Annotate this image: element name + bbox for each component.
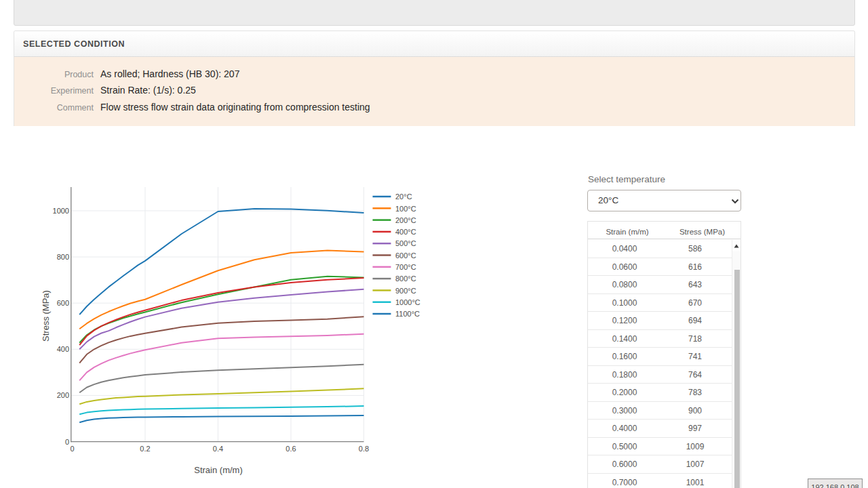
svg-text:200: 200 <box>57 391 69 399</box>
svg-text:20°C: 20°C <box>395 192 412 201</box>
svg-text:700°C: 700°C <box>395 263 416 271</box>
svg-text:0.8: 0.8 <box>359 445 369 453</box>
svg-text:1000°C: 1000°C <box>395 298 420 306</box>
svg-text:400: 400 <box>57 345 69 353</box>
svg-text:600°C: 600°C <box>395 251 416 260</box>
svg-text:200°C: 200°C <box>395 216 416 224</box>
svg-text:100°C: 100°C <box>395 205 416 213</box>
svg-text:600: 600 <box>57 299 69 307</box>
svg-text:0.6: 0.6 <box>285 445 296 453</box>
svg-text:Strain (m/m): Strain (m/m) <box>194 465 243 475</box>
svg-text:1000: 1000 <box>53 207 69 215</box>
svg-text:0.4: 0.4 <box>213 445 223 453</box>
svg-text:800: 800 <box>57 253 69 261</box>
svg-text:1100°C: 1100°C <box>395 310 420 318</box>
svg-text:800°C: 800°C <box>395 274 416 283</box>
svg-text:900°C: 900°C <box>395 287 416 295</box>
svg-text:0.2: 0.2 <box>140 445 150 453</box>
svg-text:0: 0 <box>70 445 74 453</box>
svg-text:0: 0 <box>65 438 69 446</box>
svg-text:Stress (MPa): Stress (MPa) <box>41 290 51 342</box>
svg-text:400°C: 400°C <box>395 228 416 236</box>
svg-text:500°C: 500°C <box>395 239 416 247</box>
